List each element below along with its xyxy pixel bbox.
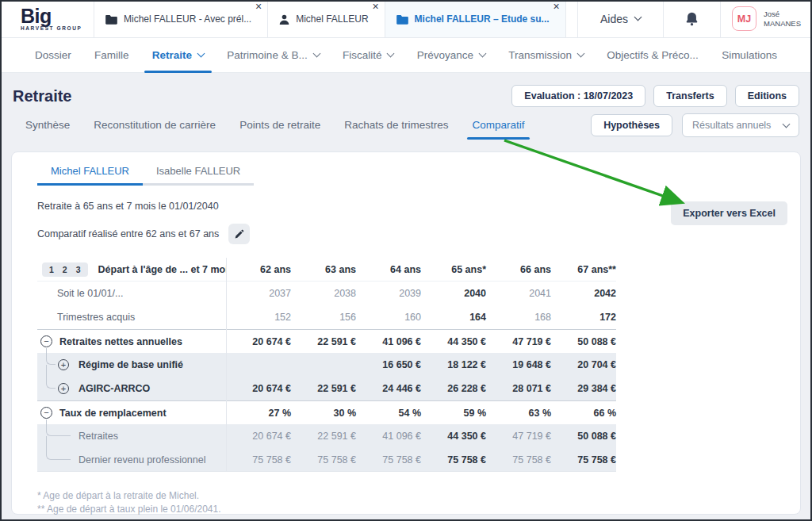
table-header-row: 123Départ à l'âge de ... et 7 mois62 ans… (37, 258, 616, 282)
app-header: Big HARVEST GROUP Michel FALLEUR - Avec … (0, 0, 812, 38)
person-tab-isabelle-falleur[interactable]: Isabelle FALLEUR (143, 165, 254, 186)
user-menu[interactable]: MJ José MANANES (720, 0, 812, 37)
hypotheses-button[interactable]: Hypothèses (591, 114, 672, 136)
value-cell: 75 758 € (226, 454, 291, 465)
value-cell: 24 446 € (356, 383, 421, 394)
zoom-level-pill: 123 (42, 262, 88, 277)
value-cell: 18 122 € (421, 359, 486, 370)
table-row: Retraites20 674 €22 591 €41 096 €44 350 … (37, 424, 616, 448)
transferts-button[interactable]: Transferts (653, 85, 726, 107)
close-tab-icon[interactable]: × (372, 1, 378, 12)
nav-item-simulations[interactable]: Simulations (722, 38, 777, 73)
value-cell: 22 591 € (291, 431, 356, 442)
nav-item-retraite[interactable]: Retraite (152, 38, 204, 73)
export-excel-button[interactable]: Exporter vers Excel (671, 201, 787, 225)
nav-item-famille[interactable]: Famille (94, 38, 129, 73)
page-title-row: Retraite Evaluation : 18/07/2023Transfer… (0, 73, 812, 113)
zoom-level-1[interactable]: 1 (49, 265, 54, 274)
app-logo[interactable]: Big HARVEST GROUP (0, 0, 94, 37)
page-actions: Evaluation : 18/07/2023TransfertsEdition… (511, 85, 799, 107)
value-cell: 41 096 € (356, 431, 421, 442)
results-dropdown[interactable]: Résultats annuels (682, 113, 799, 137)
expand-icon[interactable]: + (58, 359, 69, 370)
value-cell: 63 % (486, 408, 551, 419)
expand-icon[interactable]: + (58, 383, 69, 394)
value-cell: 59 % (421, 408, 486, 419)
subtab-row: SynthèseReconstitution de carrièrePoints… (0, 113, 812, 142)
user-name: José MANANES (764, 10, 801, 29)
column-header: 66 ans (486, 264, 551, 275)
person-tabs: Michel FALLEURIsabelle FALLEUR (37, 165, 787, 186)
chevron-down-icon (577, 50, 585, 58)
tree-connector-line (46, 365, 47, 377)
avatar: MJ (732, 6, 756, 31)
value-cell: 164 (421, 312, 486, 323)
close-tab-icon[interactable]: × (553, 1, 559, 12)
value-cell: 20 674 € (226, 336, 291, 347)
table-row: −Taux de remplacement27 %30 %54 %59 %63 … (37, 400, 616, 424)
value-cell: 160 (356, 312, 421, 323)
value-cell: 50 088 € (551, 431, 616, 442)
evaluation-button[interactable]: Evaluation : 18/07/2023 (511, 85, 645, 107)
tab-points-de-retraite[interactable]: Points de retraite (239, 116, 320, 140)
document-tab[interactable]: Michel FALLEUR - Avec prél...× (94, 0, 267, 37)
close-tab-icon[interactable]: × (255, 1, 262, 12)
value-cell: 2039 (356, 288, 421, 299)
value-cell: 75 758 € (356, 454, 421, 465)
table-column-divider (226, 258, 227, 472)
nav-item-transmission[interactable]: Transmission (508, 38, 584, 73)
document-tab-label: Michel FALLEUR - Avec prél... (124, 13, 251, 25)
value-cell: 16 650 € (356, 359, 421, 370)
edit-button[interactable] (228, 224, 250, 244)
pencil-icon (234, 229, 244, 239)
collapse-icon[interactable]: − (40, 407, 52, 419)
value-cell: 50 088 € (551, 336, 616, 347)
person-tab-michel-falleur[interactable]: Michel FALLEUR (37, 165, 143, 186)
footnote: * Age de départ à la retraite de Michel. (37, 489, 787, 503)
nav-item-dossier[interactable]: Dossier (35, 38, 71, 73)
collapse-icon[interactable]: − (40, 335, 52, 347)
table-row: +Régime de base unifié16 650 €18 122 €19… (37, 353, 616, 377)
zoom-level-2[interactable]: 2 (63, 265, 67, 274)
page-title: Retraite (13, 87, 71, 105)
value-cell: 27 % (226, 408, 291, 419)
nav-item-label: Transmission (508, 49, 572, 61)
tab-rachats-de-trimestres[interactable]: Rachats de trimestres (344, 116, 448, 140)
folder-icon (105, 14, 117, 25)
column-header: 63 ans (291, 264, 356, 275)
nav-item-label: Retraite (152, 49, 192, 61)
row-label-cell: −Taux de remplacement (37, 401, 226, 424)
nav-item-patrimoine-b[interactable]: Patrimoine & B... (227, 38, 319, 73)
row-label: Soit le 01/01/... (37, 288, 123, 299)
tree-connector (46, 448, 71, 460)
value-cell: 20 704 € (551, 359, 616, 370)
tab-comparatif[interactable]: Comparatif (472, 116, 524, 140)
nav-item-pr-voyance[interactable]: Prévoyance (417, 38, 485, 73)
user-last-name: MANANES (764, 19, 801, 29)
aides-menu[interactable]: Aides (577, 0, 663, 37)
footnote: ** Age de départ à taux plein le 01/06/2… (37, 503, 787, 516)
chevron-down-icon (387, 50, 395, 58)
nav-item-fiscalit[interactable]: Fiscalité (343, 38, 394, 73)
notifications-button[interactable] (663, 0, 720, 37)
value-cell: 2038 (291, 288, 356, 299)
document-tab[interactable]: Michel FALLEUR – Etude su...× (385, 0, 566, 37)
editions-button[interactable]: Editions (735, 85, 799, 107)
tree-connector-line (46, 436, 47, 448)
column-header: 64 ans (356, 264, 421, 275)
nav-item-objectifs-pr-co[interactable]: Objectifs & Préco... (607, 38, 699, 73)
results-dropdown-value: Résultats annuels (692, 120, 771, 131)
folder-icon (396, 14, 408, 25)
aides-label: Aides (600, 13, 628, 25)
chevron-down-icon (634, 13, 642, 21)
tab-synthèse[interactable]: Synthèse (25, 116, 70, 140)
value-cell: 26 228 € (421, 383, 486, 394)
value-cell: 152 (226, 312, 291, 323)
tab-reconstitution-de-carrière[interactable]: Reconstitution de carrière (94, 116, 216, 140)
value-cell: 44 350 € (421, 431, 486, 442)
row-label: Trimestres acquis (37, 312, 135, 323)
chevron-down-icon (197, 50, 205, 58)
nav-item-label: Famille (94, 49, 129, 61)
document-tab[interactable]: Michel FALLEUR× (267, 0, 384, 37)
zoom-level-3[interactable]: 3 (76, 265, 81, 274)
